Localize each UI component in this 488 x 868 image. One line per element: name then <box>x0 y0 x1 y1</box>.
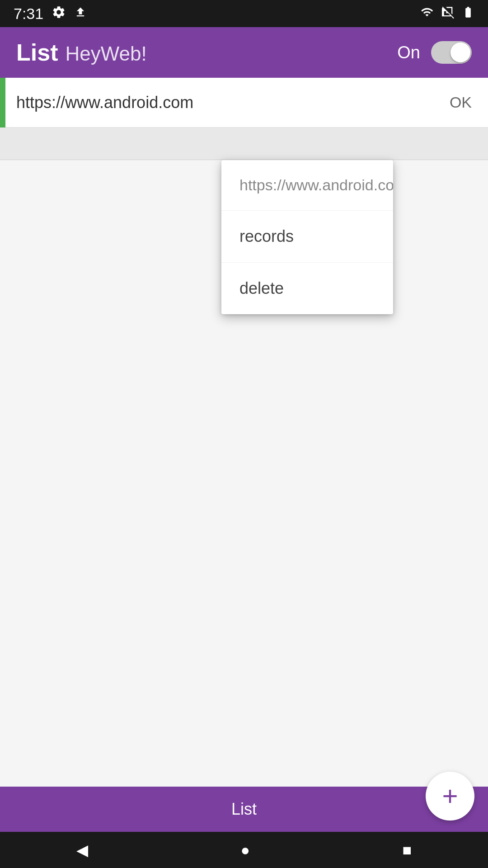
green-indicator <box>0 78 5 127</box>
app-bar-title: List HeyWeb! <box>16 39 147 66</box>
settings-icon <box>52 5 66 23</box>
nav-home-button[interactable]: ● <box>222 837 268 863</box>
toggle-label: On <box>397 43 420 62</box>
bottom-tab-label[interactable]: List <box>231 800 257 819</box>
plus-icon: + <box>442 783 458 810</box>
wifi-icon <box>419 6 435 22</box>
context-menu: https://www.android.com records delete <box>221 160 393 314</box>
input-bar <box>0 127 488 160</box>
main-content: https://www.android.com OK https://www.a… <box>0 78 488 787</box>
nav-bar: ◀ ● ■ <box>0 832 488 868</box>
signal-icon <box>442 6 455 22</box>
app-title-heyweb: HeyWeb! <box>65 42 146 65</box>
toggle-knob <box>450 42 470 62</box>
context-menu-item-url[interactable]: https://www.android.com <box>221 160 393 211</box>
toggle-switch[interactable] <box>431 41 472 64</box>
status-bar-left: 7:31 <box>14 5 87 23</box>
app-bar: List HeyWeb! On <box>0 27 488 78</box>
url-text: https://www.android.com <box>5 93 433 112</box>
app-title-list: List <box>16 39 58 66</box>
url-row: https://www.android.com OK <box>0 78 488 127</box>
battery-icon <box>462 6 474 22</box>
upload-icon <box>74 6 87 22</box>
context-menu-item-delete[interactable]: delete <box>221 263 393 314</box>
bottom-tab-bar: List <box>0 787 488 832</box>
nav-back-button[interactable]: ◀ <box>58 836 106 863</box>
ok-button[interactable]: OK <box>433 85 488 120</box>
context-menu-item-records[interactable]: records <box>221 211 393 263</box>
nav-recents-button[interactable]: ■ <box>385 837 430 863</box>
status-bar-right <box>419 6 474 22</box>
fab-add-button[interactable]: + <box>426 772 474 821</box>
app-bar-right: On <box>397 41 472 64</box>
status-time: 7:31 <box>14 5 43 23</box>
status-bar: 7:31 <box>0 0 488 27</box>
